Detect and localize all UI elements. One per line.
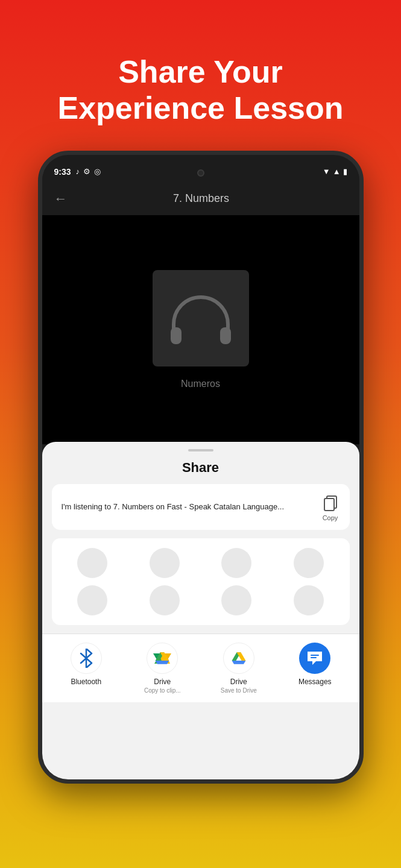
bluetooth-symbol [78,649,94,668]
svg-rect-3 [324,498,334,511]
drive-logo-1 [154,651,171,665]
sheet-handle [188,449,213,451]
phone-wrapper: 9:33 ♪ ⚙ ◎ ▼ ▲ ▮ ← 7. Numbers [38,151,364,784]
status-bar: 9:33 ♪ ⚙ ◎ ▼ ▲ ▮ [42,161,359,183]
battery-icon: ▮ [343,167,347,176]
app-circle-6[interactable] [150,585,180,615]
share-sheet-title: Share [42,460,359,476]
headline-line2: Experience Lesson [58,90,344,125]
wifi-icon: ▼ [323,167,330,176]
bluetooth-app-label: Bluetooth [71,678,101,686]
drive-copy-label: Drive [154,678,171,686]
app-circle-2[interactable] [150,548,180,578]
drive-save-sublabel: Save to Drive [221,687,257,694]
drive-copy-app-item[interactable]: Drive Copy to clip... [135,643,189,694]
svg-rect-4 [311,655,319,656]
app-circle-7[interactable] [221,585,251,615]
drive-save-app-icon [223,643,254,674]
drive-save-label: Drive [230,678,247,686]
app-circle-8[interactable] [294,585,324,615]
copy-icon [321,492,340,512]
app-circles-row-1 [62,548,340,578]
bluetooth-app-icon [71,643,102,674]
drive-copy-sublabel: Copy to clip... [144,687,181,694]
named-apps-row: Bluetooth [42,634,359,702]
settings-icon: ⚙ [83,167,90,176]
back-button[interactable]: ← [54,191,68,207]
svg-rect-1 [220,327,231,344]
side-button [362,324,364,363]
messages-app-icon [299,643,330,674]
screen-title: 7. Numbers [75,192,328,205]
messages-app-label: Messages [298,678,332,686]
drive-save-app-item[interactable]: Drive Save to Drive [212,643,266,694]
share-sheet: Share I'm listening to 7. Numbers on Fas… [42,442,359,779]
copy-label: Copy [323,514,338,521]
music-note-icon: ♪ [76,167,80,176]
header-section: Share Your Experience Lesson [0,0,401,127]
drive-logo-2 [230,651,247,665]
headline-line1: Share Your [118,54,283,89]
player-area: Numeros [42,215,359,444]
bluetooth-app-item[interactable]: Bluetooth [59,643,113,694]
copy-button[interactable]: Copy [321,492,340,521]
headline-text: Share Your Experience Lesson [36,54,365,127]
headphones-icon [171,291,231,345]
album-art [153,270,249,366]
app-circle-5[interactable] [77,585,107,615]
app-circle-3[interactable] [221,548,251,578]
circle-icon: ◎ [94,167,101,176]
time-display: 9:33 [54,167,71,177]
track-name: Numeros [181,379,220,389]
messages-app-item[interactable]: Messages [288,643,342,694]
app-circle-1[interactable] [77,548,107,578]
share-message-text: I'm listening to 7. Numbers on Fast - Sp… [62,501,312,513]
share-text-container: I'm listening to 7. Numbers on Fast - Sp… [52,484,350,530]
messages-symbol [306,650,323,666]
signal-icon: ▲ [333,167,341,176]
phone-body: 9:33 ♪ ⚙ ◎ ▼ ▲ ▮ ← 7. Numbers [38,151,364,784]
app-bar: ← 7. Numbers [42,183,359,215]
svg-rect-0 [171,327,182,344]
app-circle-4[interactable] [294,548,324,578]
svg-rect-5 [311,657,317,658]
app-circles-section [52,538,350,625]
camera-dot [197,169,204,177]
drive-copy-app-icon [147,643,178,674]
app-circles-row-2 [62,585,340,615]
